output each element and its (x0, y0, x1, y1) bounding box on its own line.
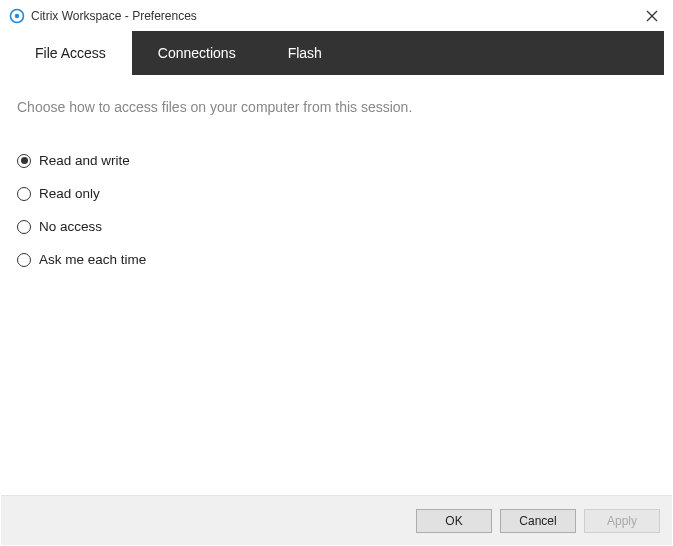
svg-point-1 (15, 14, 19, 18)
description-text: Choose how to access files on your compu… (17, 99, 656, 115)
tab-label: File Access (35, 45, 106, 61)
radio-icon (17, 253, 31, 267)
radio-icon (17, 187, 31, 201)
option-read-only[interactable]: Read only (17, 186, 656, 201)
tab-label: Flash (288, 45, 322, 61)
cancel-button[interactable]: Cancel (500, 509, 576, 533)
button-label: OK (445, 514, 462, 528)
button-label: Cancel (519, 514, 556, 528)
option-label: No access (39, 219, 102, 234)
option-ask-each-time[interactable]: Ask me each time (17, 252, 656, 267)
title-bar: Citrix Workspace - Preferences (1, 1, 672, 31)
radio-icon (17, 220, 31, 234)
radio-icon (17, 154, 31, 168)
ok-button[interactable]: OK (416, 509, 492, 533)
tab-label: Connections (158, 45, 236, 61)
tab-bar: File Access Connections Flash (9, 31, 664, 75)
file-access-options: Read and write Read only No access Ask m… (17, 153, 656, 267)
option-label: Read only (39, 186, 100, 201)
tab-flash[interactable]: Flash (262, 31, 348, 75)
content-area: Choose how to access files on your compu… (1, 75, 672, 495)
app-icon (9, 8, 25, 24)
window-title: Citrix Workspace - Preferences (31, 9, 197, 23)
option-label: Ask me each time (39, 252, 146, 267)
tab-file-access[interactable]: File Access (9, 31, 132, 75)
apply-button: Apply (584, 509, 660, 533)
close-button[interactable] (632, 1, 672, 31)
option-label: Read and write (39, 153, 130, 168)
button-label: Apply (607, 514, 637, 528)
footer-bar: OK Cancel Apply (1, 495, 672, 545)
option-read-write[interactable]: Read and write (17, 153, 656, 168)
tab-connections[interactable]: Connections (132, 31, 262, 75)
close-icon (646, 10, 658, 22)
option-no-access[interactable]: No access (17, 219, 656, 234)
